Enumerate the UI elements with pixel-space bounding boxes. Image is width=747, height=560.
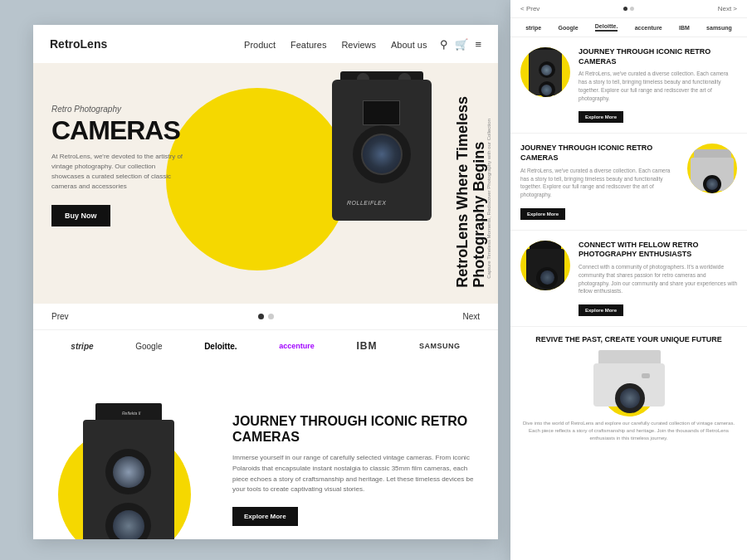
camera-viewfinder bbox=[363, 100, 400, 125]
rp-brand-samsung: samsung bbox=[706, 25, 732, 31]
mini-cam3 bbox=[525, 241, 566, 290]
tlr-bottom-lens bbox=[105, 503, 151, 539]
rp-card-2-title: JOURNEY THROUGH ICONIC RETRO CAMERAS bbox=[520, 144, 679, 163]
mini-range-lens bbox=[703, 175, 721, 193]
rp-next-button[interactable]: Next > bbox=[718, 5, 737, 12]
rp-dot-2[interactable] bbox=[630, 7, 634, 11]
rp-card-3-circle bbox=[520, 241, 570, 290]
camera-lens-outer bbox=[353, 125, 411, 183]
rp-card-3-desc: Connect with a community of photographer… bbox=[579, 263, 737, 295]
nav-dots bbox=[258, 314, 274, 319]
brand-ibm: IBM bbox=[356, 340, 377, 352]
main-website-panel: RetroLens Product Features Reviews About… bbox=[33, 25, 498, 539]
mini-cam3-lens bbox=[536, 267, 558, 289]
nav-links: Product Features Reviews About us bbox=[244, 37, 427, 51]
prev-button[interactable]: Prev bbox=[51, 312, 69, 321]
rp-nav-dots bbox=[623, 7, 634, 11]
brand-accenture: accenture bbox=[279, 342, 315, 350]
mini-lens2 bbox=[539, 81, 555, 97]
mini-range-lens-inner bbox=[706, 178, 718, 190]
hero-title: CAMERAS bbox=[51, 117, 184, 144]
section2-camera: Reflekta II bbox=[50, 378, 216, 539]
tlr-top-lens-inner bbox=[113, 456, 144, 488]
mini-tlr-body bbox=[529, 50, 562, 95]
hero-cta-button[interactable]: Buy Now bbox=[51, 205, 110, 226]
brands-section: stripe Google Deloitte. accenture IBM SA… bbox=[33, 329, 498, 362]
rp-brand-stripe: stripe bbox=[525, 25, 541, 31]
brand-logo: RetroLens bbox=[50, 37, 244, 51]
rp-card-1-text: JOURNEY THROUGH ICONIC RETRO CAMERAS At … bbox=[579, 47, 737, 123]
hero-content: Retro Photography CAMERAS At RetroLens, … bbox=[51, 105, 184, 226]
tlr-logo: Reflekta II bbox=[122, 411, 141, 416]
nav-icons: ⚲ 🛒 ≡ bbox=[440, 38, 481, 51]
right-panel: < Prev Next > stripe Google Deloitte. ac… bbox=[510, 0, 747, 560]
hero-nav-controls: Prev Next bbox=[33, 304, 498, 329]
tlr-body bbox=[83, 420, 174, 539]
cart-icon[interactable]: 🛒 bbox=[455, 38, 468, 51]
rp-card-1-btn[interactable]: Explore More bbox=[579, 111, 623, 123]
rp-brand-deloitte: Deloitte. bbox=[595, 23, 618, 32]
dot-2[interactable] bbox=[268, 314, 274, 319]
rp-card-2-btn[interactable]: Explore More bbox=[520, 208, 565, 220]
search-icon[interactable]: ⚲ bbox=[440, 38, 448, 51]
rp-bottom-desc: Dive into the world of RetroLens and exp… bbox=[520, 420, 737, 442]
rp-card-2-text: JOURNEY THROUGH ICONIC RETRO CAMERAS At … bbox=[520, 144, 679, 219]
brand-stripe: stripe bbox=[71, 342, 93, 351]
section2-desc: Immerse yourself in our range of careful… bbox=[232, 453, 481, 495]
nav-product[interactable]: Product bbox=[244, 40, 276, 50]
rp-card-3-btn[interactable]: Explore More bbox=[579, 304, 623, 316]
tlr-bottom-lens-inner bbox=[113, 510, 144, 540]
hero-camera-illustration: ROLLEIFLEX bbox=[315, 71, 448, 287]
rp-bottom-camera-wrap bbox=[592, 350, 666, 416]
rp-card-3: CONNECT WITH FELLOW RETRO PHOTOGRAPHY EN… bbox=[510, 231, 747, 327]
rp-brand-accenture: accenture bbox=[635, 25, 662, 31]
range-bottom-lens-inner bbox=[620, 388, 640, 408]
next-button[interactable]: Next bbox=[462, 312, 480, 321]
rp-brand-ibm: IBM bbox=[679, 25, 690, 31]
section2-cta-button[interactable]: Explore More bbox=[232, 507, 298, 526]
section2-text: JOURNEY THROUGH ICONIC RETRO CAMERAS Imm… bbox=[232, 413, 481, 527]
rp-card-3-title: CONNECT WITH FELLOW RETRO PHOTOGRAPHY EN… bbox=[579, 241, 737, 260]
section2-camera-img: Reflekta II bbox=[50, 403, 208, 539]
tlr-camera: Reflekta II bbox=[75, 403, 183, 539]
rp-bottom-camera bbox=[520, 350, 737, 416]
tlr-top-box: Reflekta II bbox=[95, 403, 162, 421]
range-bottom-camera bbox=[592, 350, 666, 408]
range-bottom-lens bbox=[615, 383, 645, 413]
hero-side-small-text: Capture Timeless Moments, Rediscover Pho… bbox=[486, 119, 491, 279]
rp-card-1: JOURNEY THROUGH ICONIC RETRO CAMERAS At … bbox=[510, 37, 747, 134]
camera-brand-text: ROLLEIFLEX bbox=[347, 200, 386, 206]
hero-section: Retro Photography CAMERAS At RetroLens, … bbox=[33, 63, 498, 304]
tlr-top-lens bbox=[105, 449, 151, 494]
rp-card-1-title: JOURNEY THROUGH ICONIC RETRO CAMERAS bbox=[579, 47, 737, 66]
nav-features[interactable]: Features bbox=[290, 40, 326, 50]
menu-icon[interactable]: ≡ bbox=[475, 38, 481, 51]
mini-tlr-1 bbox=[527, 47, 564, 97]
camera-main-body: ROLLEIFLEX bbox=[332, 80, 432, 221]
hero-description: At RetroLens, we're devoted to the artis… bbox=[51, 152, 184, 192]
rp-dot-1[interactable] bbox=[623, 7, 627, 11]
main-nav: RetroLens Product Features Reviews About… bbox=[33, 25, 498, 63]
rp-card-2-desc: At RetroLens, we've curated a diverse co… bbox=[520, 167, 679, 199]
range-bottom-shutter bbox=[642, 373, 650, 378]
rp-card-3-text: CONNECT WITH FELLOW RETRO PHOTOGRAPHY EN… bbox=[579, 241, 737, 316]
rp-card-2-circle bbox=[687, 144, 737, 193]
hero-subtitle: Retro Photography bbox=[51, 105, 184, 114]
hero-side-text: RetroLens Where TimelessPhotography Begi… bbox=[455, 96, 488, 288]
rp-brand-google: Google bbox=[558, 25, 578, 31]
camera-body: ROLLEIFLEX bbox=[328, 71, 436, 237]
dot-1[interactable] bbox=[258, 314, 264, 319]
range-bottom-body bbox=[593, 363, 665, 407]
rp-card-1-desc: At RetroLens, we've curated a diverse co… bbox=[579, 70, 737, 102]
rp-prev-button[interactable]: < Prev bbox=[520, 5, 540, 12]
camera-lens-inner bbox=[361, 134, 403, 175]
nav-reviews[interactable]: Reviews bbox=[341, 40, 376, 50]
mini-range-cam bbox=[690, 148, 735, 193]
mini-cam3-lens-inner bbox=[540, 270, 554, 285]
rp-card-2: JOURNEY THROUGH ICONIC RETRO CAMERAS At … bbox=[510, 134, 747, 230]
rp-brands: stripe Google Deloitte. accenture IBM sa… bbox=[510, 18, 747, 37]
rp-bottom-section: REVIVE THE PAST, CREATE YOUR UNIQUE FUTU… bbox=[510, 327, 747, 449]
rp-bottom-title: REVIVE THE PAST, CREATE YOUR UNIQUE FUTU… bbox=[520, 335, 737, 345]
section2-title: JOURNEY THROUGH ICONIC RETRO CAMERAS bbox=[232, 413, 481, 445]
nav-about[interactable]: About us bbox=[391, 40, 427, 50]
